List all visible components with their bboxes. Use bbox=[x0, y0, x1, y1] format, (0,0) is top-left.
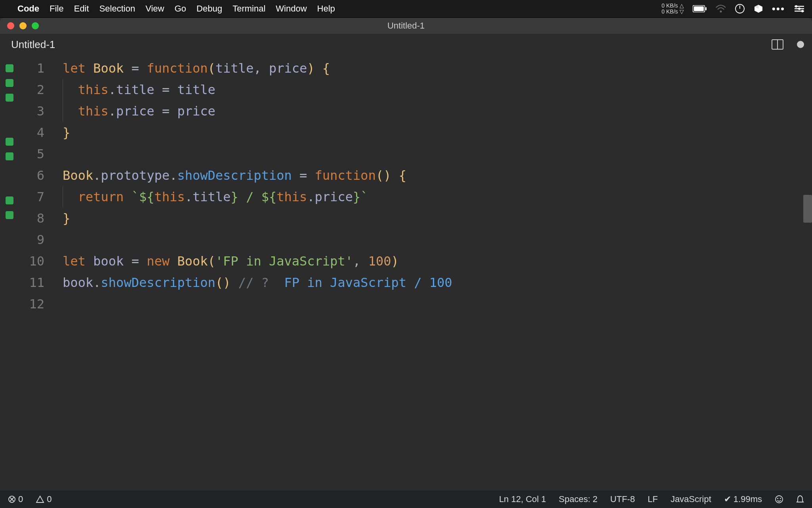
statusbar: 0 0 Ln 12, Col 1 Spaces: 2 UTF-8 LF Java… bbox=[0, 491, 812, 508]
svg-point-11 bbox=[801, 10, 804, 12]
minimize-window-button[interactable] bbox=[19, 22, 27, 29]
macos-menubar: Code File Edit Selection View Go Debug T… bbox=[0, 0, 812, 17]
menu-debug[interactable]: Debug bbox=[197, 4, 222, 14]
status-language[interactable]: JavaScript bbox=[670, 494, 711, 504]
notifications-icon[interactable] bbox=[796, 495, 804, 504]
svg-point-9 bbox=[795, 5, 797, 8]
zoom-window-button[interactable] bbox=[32, 22, 39, 29]
control-center-icon[interactable] bbox=[794, 5, 805, 13]
overflow-icon[interactable]: ••• bbox=[772, 3, 785, 15]
menu-window[interactable]: Window bbox=[276, 4, 307, 14]
menu-terminal[interactable]: Terminal bbox=[232, 4, 265, 14]
svg-point-18 bbox=[777, 498, 778, 499]
status-errors[interactable]: 0 bbox=[8, 494, 23, 504]
menu-go[interactable]: Go bbox=[174, 4, 186, 14]
menu-help[interactable]: Help bbox=[317, 4, 335, 14]
menu-file[interactable]: File bbox=[50, 4, 63, 14]
tab-untitled[interactable]: Untitled-1 bbox=[0, 34, 66, 55]
titlebar: Untitled-1 bbox=[0, 18, 812, 34]
gutter-marks bbox=[0, 55, 19, 491]
line-numbers: 123456789101112 bbox=[19, 55, 50, 491]
wifi-icon[interactable] bbox=[716, 5, 726, 13]
split-editor-icon[interactable] bbox=[772, 39, 783, 50]
feedback-icon[interactable] bbox=[775, 495, 783, 504]
svg-point-19 bbox=[780, 498, 781, 499]
status-cursor-position[interactable]: Ln 12, Col 1 bbox=[499, 494, 546, 504]
svg-point-17 bbox=[776, 496, 783, 503]
status-quokka[interactable]: ✔ 1.99ms bbox=[724, 494, 762, 504]
scrollbar-thumb[interactable] bbox=[803, 195, 812, 223]
code-editor[interactable]: 123456789101112 let Book = function(titl… bbox=[0, 55, 812, 491]
svg-point-10 bbox=[798, 8, 801, 10]
status-indentation[interactable]: Spaces: 2 bbox=[559, 494, 598, 504]
menu-edit[interactable]: Edit bbox=[74, 4, 89, 14]
status-circle-icon[interactable] bbox=[735, 4, 745, 14]
status-encoding[interactable]: UTF-8 bbox=[610, 494, 635, 504]
network-speed-indicator: 0 KB/s △ 0 KB/s ▽ bbox=[662, 3, 684, 15]
tabs-row: Untitled-1 bbox=[0, 34, 812, 55]
menu-selection[interactable]: Selection bbox=[99, 4, 135, 14]
cube-icon[interactable] bbox=[754, 4, 763, 13]
window-title: Untitled-1 bbox=[387, 21, 425, 31]
unsaved-indicator-icon[interactable] bbox=[797, 41, 804, 48]
svg-rect-1 bbox=[694, 6, 704, 11]
overview-ruler[interactable] bbox=[803, 55, 812, 491]
editor-window: Untitled-1 Untitled-1 123456789101112 le… bbox=[0, 17, 812, 508]
menu-view[interactable]: View bbox=[146, 4, 164, 14]
battery-icon[interactable] bbox=[693, 5, 707, 12]
svg-point-3 bbox=[720, 11, 722, 13]
status-warnings[interactable]: 0 bbox=[36, 494, 52, 504]
svg-rect-2 bbox=[705, 7, 707, 10]
code-area[interactable]: let Book = function(title, price) { this… bbox=[50, 55, 452, 491]
status-eol[interactable]: LF bbox=[647, 494, 658, 504]
app-menu[interactable]: Code bbox=[17, 4, 39, 14]
close-window-button[interactable] bbox=[7, 22, 14, 29]
